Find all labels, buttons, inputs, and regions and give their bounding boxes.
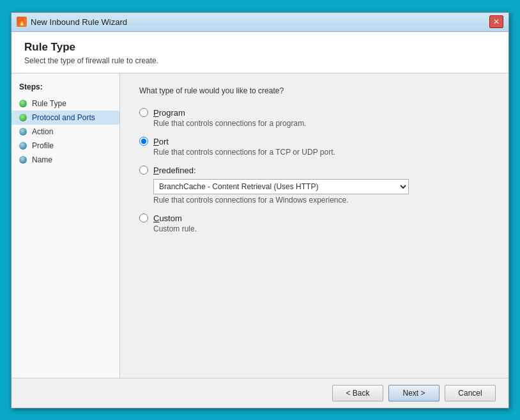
title-bar: 🔥 New Inbound Rule Wizard ✕	[11, 13, 509, 32]
radio-label-port[interactable]: Port	[153, 137, 169, 146]
radio-row-port: Port	[139, 137, 489, 146]
title-bar-left: 🔥 New Inbound Rule Wizard	[17, 17, 127, 27]
radio-program[interactable]	[139, 108, 148, 117]
content-area: What type of rule would you like to crea…	[120, 74, 509, 378]
radio-item-custom: Custom Custom rule.	[139, 214, 489, 233]
dot-protocol-and-ports	[19, 114, 27, 121]
steps-label: Steps:	[11, 80, 119, 97]
footer: < Back Next > Cancel	[11, 378, 509, 408]
cancel-button[interactable]: Cancel	[445, 385, 496, 401]
radio-desc-custom: Custom rule.	[153, 224, 489, 233]
sidebar-label-action: Action	[32, 127, 53, 136]
radio-desc-predefined: Rule that controls connections for a Win…	[153, 196, 489, 205]
radio-port[interactable]	[139, 137, 148, 146]
radio-item-predefined: Predefined: BranchCache - Content Retrie…	[139, 166, 489, 205]
radio-row-program: Program	[139, 108, 489, 118]
radio-label-custom[interactable]: Custom	[153, 214, 182, 223]
sidebar-label-name: Name	[32, 155, 52, 164]
radio-row-custom: Custom	[139, 214, 489, 223]
next-button[interactable]: Next >	[388, 385, 440, 401]
app-icon: 🔥	[17, 17, 27, 27]
window-title: New Inbound Rule Wizard	[31, 17, 127, 27]
radio-item-program: Program Rule that controls connections f…	[139, 108, 489, 128]
dot-profile	[19, 142, 27, 150]
radio-label-program[interactable]: Program	[153, 108, 185, 118]
page-subtitle: Select the type of firewall rule to crea…	[24, 56, 496, 65]
radio-predefined[interactable]	[139, 166, 148, 175]
radio-row-predefined: Predefined:	[139, 166, 489, 175]
predefined-dropdown-wrapper: BranchCache - Content Retrieval (Uses HT…	[153, 179, 489, 194]
sidebar-item-action[interactable]: Action	[11, 125, 119, 139]
sidebar-item-profile[interactable]: Profile	[11, 139, 119, 153]
radio-label-predefined[interactable]: Predefined:	[153, 166, 196, 175]
sidebar-label-rule-type: Rule Type	[32, 99, 66, 108]
radio-desc-program: Rule that controls connections for a pro…	[153, 119, 489, 128]
sidebar-label-protocol-and-ports: Protocol and Ports	[32, 113, 95, 122]
dot-name	[19, 156, 27, 164]
body: Steps: Rule Type Protocol and Ports Acti…	[11, 74, 509, 378]
radio-custom[interactable]	[139, 214, 148, 222]
page-title: Rule Type	[24, 41, 496, 54]
main-window: 🔥 New Inbound Rule Wizard ✕ Rule Type Se…	[11, 12, 509, 408]
radio-desc-port: Rule that controls connections for a TCP…	[153, 148, 489, 157]
close-button[interactable]: ✕	[489, 15, 503, 28]
sidebar-item-rule-type[interactable]: Rule Type	[11, 97, 119, 111]
dot-rule-type	[19, 100, 27, 107]
radio-item-port: Port Rule that controls connections for …	[139, 137, 489, 157]
content-question: What type of rule would you like to crea…	[139, 86, 489, 95]
sidebar-item-protocol-and-ports[interactable]: Protocol and Ports	[11, 111, 119, 125]
sidebar: Steps: Rule Type Protocol and Ports Acti…	[11, 74, 120, 378]
dot-action	[19, 128, 27, 136]
sidebar-item-name[interactable]: Name	[11, 153, 119, 167]
sidebar-label-profile: Profile	[32, 141, 54, 150]
predefined-select[interactable]: BranchCache - Content Retrieval (Uses HT…	[153, 179, 409, 194]
radio-group: Program Rule that controls connections f…	[139, 108, 489, 233]
back-button[interactable]: < Back	[332, 385, 383, 401]
header-section: Rule Type Select the type of firewall ru…	[11, 32, 509, 74]
